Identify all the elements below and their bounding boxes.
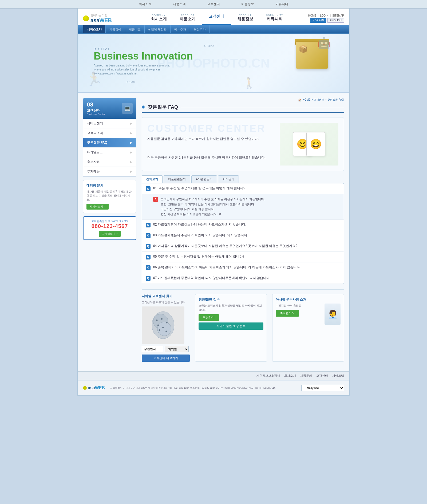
nav-community-main: 커뮤니티 xyxy=(267,17,283,22)
complaint-desc: 소중한 고객님의 칭찬과 불만을 발전은 아사웹이 되겠습니다. xyxy=(199,304,263,312)
faq-question-5[interactable]: Q 05 주문 후 수정 및 수경석재를 팔 경우에는 어떻게 해야 합니까? xyxy=(142,252,344,262)
region-select[interactable]: 지역별 xyxy=(165,346,189,352)
title-dot xyxy=(142,105,145,109)
faq-tabs: 전체보기 제품관련문의 A/S관련문의 기타문의 xyxy=(142,175,344,183)
subnav-3d[interactable]: e-입체 체험관 xyxy=(145,25,171,33)
map-desc: 고객센터를 빠르게 찾을 수 있습니다. xyxy=(142,301,190,304)
faq-q-text-4: 04 아시롬시의 상품가격이 다른곳보다 저렴한 이유는 무엇인가요? 곳보다 … xyxy=(153,244,297,248)
logo-area[interactable]: 함께하는 기업 asaWEB xyxy=(83,14,126,23)
sidebar-arrow-catalog: ▶ xyxy=(130,151,132,154)
subnav-search[interactable]: 제품검색 xyxy=(106,25,125,33)
map-title: 지역별 고객센터 찾기 xyxy=(142,294,190,298)
complaint-write-btn[interactable]: 작성하기 xyxy=(199,314,219,321)
sidebar-item-pr[interactable]: 홍보자료 ▶ xyxy=(83,157,136,167)
sidebar-item-service[interactable]: 서비스센터 ▶ xyxy=(83,119,136,128)
faq-q-badge-7: Q xyxy=(146,276,151,281)
subnav-add2[interactable]: 회뉴추가 xyxy=(190,25,209,33)
hero-figure-right: 🚶 xyxy=(243,77,256,89)
family-site-area: Family site xyxy=(301,385,344,391)
faq-a-text-1: 고객님께서 구입하신 지역에서의 수정 및 삭제는 아산구 아사동에서 가능합니… xyxy=(161,197,265,217)
home-icon: 🏠 xyxy=(298,99,301,101)
subnav-add1[interactable]: 메뉴추가 xyxy=(171,25,190,33)
nav-customer[interactable]: 고객센터 xyxy=(202,12,231,25)
staff-congrats-btn[interactable]: 축하한마디 xyxy=(276,310,299,317)
faq-item-2: Q 02 카드결제되어 카드취소하려 하는데 카드취소가 되지 않습니다. xyxy=(142,220,344,230)
sidebar-item-extra-label: 추가메뉴 xyxy=(87,169,100,174)
sidebar-customer-btn[interactable]: 자세히보기 > xyxy=(99,231,121,237)
sidebar-arrow-pr: ▶ xyxy=(130,160,132,163)
top-nav-community[interactable]: 커뮤니티 xyxy=(275,2,288,6)
sidebar-item-faq-label: 찾은질문 FAQ xyxy=(87,140,107,145)
footer-nav: 개인정보보호정책 회사소개 제품문의 고객센터 사이트맵 xyxy=(78,371,349,380)
top-nav-customer[interactable]: 고객센터 xyxy=(207,2,220,6)
sidebar-item-extra[interactable]: 추가메뉴 ▶ xyxy=(83,167,136,176)
left-sidebar: 03 고객센터 Customer Center 💻 서비스센터 ▶ 고객의소리 … xyxy=(83,98,136,366)
faq-list: Q 01. 주문 후 수정 및 수경석제를 할 경우에는 어떻게 해야 합니까?… xyxy=(142,183,344,284)
sidebar-item-voice-label: 고객의소리 xyxy=(87,131,103,135)
footer-nav-privacy[interactable]: 개인정보보호정책 xyxy=(256,374,280,378)
nav-community[interactable]: COMMUNITY 커뮤니티 xyxy=(260,12,290,25)
util-sitemap[interactable]: SITEMAP xyxy=(332,14,344,17)
util-home[interactable]: HOME xyxy=(308,14,316,17)
faq-tab-product[interactable]: 제품관련문의 xyxy=(164,175,190,183)
footer-logo-text: asaWEB xyxy=(88,385,105,390)
logo-sub: 함께하는 기업 xyxy=(90,14,112,17)
nav-company[interactable]: COMPANY 회사소개 xyxy=(144,12,173,25)
nav-product-main: 제품소개 xyxy=(180,17,196,22)
sidebar-arrow-voice: ▶ xyxy=(130,132,132,135)
complaint-service-btn[interactable]: 서비스 불만 보상 접수 xyxy=(199,322,263,330)
top-nav-recruit[interactable]: 채용정보 xyxy=(241,2,254,6)
bottom-map: 지역별 고객센터 찾기 고객센터를 빠르게 찾을 수 있습니다. xyxy=(142,294,190,362)
sidebar-item-voice[interactable]: 고객의소리 ▶ xyxy=(83,128,136,138)
faq-tab-as[interactable]: A/S관련문의 xyxy=(191,175,217,183)
faq-answer-1: A 고객님께서 구입하신 지역에서의 수정 및 삭제는 아산구 아사동에서 가능… xyxy=(142,194,344,219)
sidebar-icon: 💻 xyxy=(122,103,133,114)
map-form: 지역별 xyxy=(142,346,190,352)
nav-community-small: COMMUNITY xyxy=(266,14,283,17)
top-nav-product[interactable]: 제품소개 xyxy=(173,2,186,6)
faq-question-3[interactable]: Q 03 카드결제했는데 주문내역 확인이 되지 않습니다. 되지 않습니다. xyxy=(142,230,344,241)
postcode-input[interactable] xyxy=(142,346,163,352)
sidebar-inquiry-btn[interactable]: 자세히보기 > xyxy=(86,204,109,210)
nav-company-small: COMPANY xyxy=(152,14,166,17)
faq-item-5: Q 05 주문 후 수정 및 수경석재를 팔 경우에는 어떻게 해야 합니까? xyxy=(142,252,344,262)
subnav-compare[interactable]: 제품비교 xyxy=(125,25,145,33)
sidebar-menu: 서비스센터 ▶ 고객의소리 ▶ 찾은질문 FAQ ▶ e-카달로그 ▶ 홍보자료 xyxy=(83,119,136,177)
sidebar-item-faq[interactable]: 찾은질문 FAQ ▶ xyxy=(83,138,136,148)
footer-nav-sitemap[interactable]: 사이트맵 xyxy=(332,374,344,378)
faq-tab-all[interactable]: 전체보기 xyxy=(142,175,163,183)
sidebar-phone: 080-123-4567 xyxy=(87,223,133,229)
cc-bg-text: CUSTOMER CENTER xyxy=(147,123,266,134)
faq-item-4: Q 04 아시롬시의 상품가격이 다른곳보다 저렴한 이유는 무엇인가요? 곳보… xyxy=(142,241,344,252)
util-login[interactable]: LOGIN xyxy=(320,14,328,17)
lang-korean[interactable]: KOREAN xyxy=(310,18,326,23)
footer-nav-product[interactable]: 제품문의 xyxy=(300,374,312,378)
faq-question-1[interactable]: Q 01. 주문 후 수정 및 수경석제를 할 경우에는 어떻게 해야 합니까? xyxy=(142,183,344,194)
sidebar-item-catalog[interactable]: e-카달로그 ▶ xyxy=(83,148,136,157)
hero-title1: Business xyxy=(94,50,142,62)
nav-company-main: 회사소개 xyxy=(151,17,167,22)
subnav-service[interactable]: 서비스요약 xyxy=(83,25,106,33)
footer-nav-customer[interactable]: 고객센터 xyxy=(316,374,328,378)
lang-english[interactable]: ENGLISH xyxy=(327,18,344,23)
logo-web: WEB xyxy=(99,17,112,23)
nav-product[interactable]: PRODUCT 제품소개 xyxy=(173,12,202,25)
svg-point-9 xyxy=(157,324,159,326)
footer-nav-company[interactable]: 회사소개 xyxy=(284,374,296,378)
svg-point-3 xyxy=(156,319,158,321)
cc-image: 😊 😄 xyxy=(280,123,338,166)
sidebar-customer-label: 고객만족센터 Customer Center xyxy=(87,219,133,223)
nav-recruit[interactable]: RECRUIT 채용정보 xyxy=(231,12,260,25)
faq-question-7[interactable]: Q 07 카드결제했는데 주문내역 확인이 되지 않습니다주문내역 확인이 되지… xyxy=(142,273,344,284)
family-site-select[interactable]: Family site xyxy=(301,385,344,391)
find-center-btn[interactable]: 고객센터 바로가기 xyxy=(142,355,190,362)
faq-tab-other[interactable]: 기타문의 xyxy=(218,175,239,183)
faq-question-6[interactable]: Q 06 중복 결제되어 카드취소하려 하는데 카드취소가 되지 않습니다. 려… xyxy=(142,262,344,273)
faq-item-3: Q 03 카드결제했는데 주문내역 확인이 되지 않습니다. 되지 않습니다. xyxy=(142,230,344,241)
sidebar-title-text: 고객센터 xyxy=(87,108,105,113)
faq-question-4[interactable]: Q 04 아시롬시의 상품가격이 다른곳보다 저렴한 이유는 무엇인가요? 곳보… xyxy=(142,241,344,251)
faq-question-2[interactable]: Q 02 카드결제되어 카드취소하려 하는데 카드취소가 되지 않습니다. xyxy=(142,220,344,230)
page-title-bar: 잦은질문 FAQ xyxy=(142,104,344,113)
sidebar-inquiry-desc: 아사웹 제품에 대한 문의? 가평분에 관한 문의는 이것을 통해 알려에 해주… xyxy=(86,190,133,202)
top-nav-company[interactable]: 회사소개 xyxy=(139,2,152,6)
